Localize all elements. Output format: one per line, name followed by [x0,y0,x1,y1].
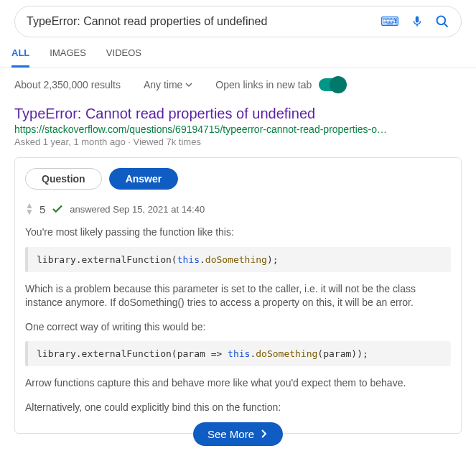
vote-count: 5 [39,203,45,215]
tab-images[interactable]: IMAGES [50,47,86,68]
answer-body: You're most likely passing the function … [25,226,451,415]
answer-p5: Alternatively, one could explicitly bind… [25,401,451,415]
qa-pills: Question Answer [25,168,451,190]
answer-p2: Which is a problem because this paramete… [25,282,451,310]
answer-pill[interactable]: Answer [109,168,179,190]
result-url[interactable]: https://stackoverflow.com/questions/6919… [14,124,462,135]
chevron-right-icon [260,429,269,438]
search-input[interactable] [27,15,381,28]
keyboard-icon[interactable]: ⌨ [381,14,399,29]
search-bar: ⌨ [14,6,462,37]
search-result: TypeError: Cannot read properties of und… [0,101,476,147]
chevron-down-icon [185,81,192,88]
mic-icon[interactable] [411,15,424,28]
toggle-knob [330,76,347,93]
answer-p3: One correct way of writing this would be… [25,320,451,335]
vote-arrows-icon: ▲▼ [25,203,34,215]
vote-row: ▲▼ 5 answered Sep 15, 2021 at 14:40 [25,203,451,215]
answer-p4: Arrow functions capture this and behave … [25,376,451,391]
time-filter[interactable]: Any time [144,79,192,90]
result-title-link[interactable]: TypeError: Cannot read properties of und… [14,106,315,121]
code-block-1: library.externalFunction(this.doSomethin… [25,247,451,272]
result-count: About 2,350,000 results [14,79,121,90]
answered-meta: answered Sep 15, 2021 at 14:40 [70,204,205,215]
question-pill[interactable]: Question [25,168,102,190]
answer-card: Question Answer ▲▼ 5 answered Sep 15, 20… [14,157,462,434]
result-meta: Asked 1 year, 1 month ago · Viewed 7k ti… [14,136,462,147]
open-links-toggle-wrap: Open links in new tab [215,78,345,91]
code-block-2: library.externalFunction(param => this.d… [25,341,451,366]
accepted-check-icon [51,203,64,215]
answer-p1: You're most likely passing the function … [25,226,451,240]
meta-row: About 2,350,000 results Any time Open li… [0,68,476,101]
see-more-wrap: See More [25,422,451,446]
tab-all[interactable]: ALL [11,47,29,68]
see-more-label: See More [207,428,254,440]
open-links-label: Open links in new tab [215,79,312,90]
tab-videos[interactable]: VIDEOS [106,47,141,68]
search-icons: ⌨ [381,14,449,29]
svg-line-1 [444,24,448,27]
time-filter-label: Any time [144,79,182,90]
see-more-button[interactable]: See More [193,422,283,446]
search-icon[interactable] [435,14,449,29]
open-links-toggle[interactable] [319,78,345,91]
svg-point-0 [437,17,446,25]
tabs: ALL IMAGES VIDEOS [0,37,476,68]
